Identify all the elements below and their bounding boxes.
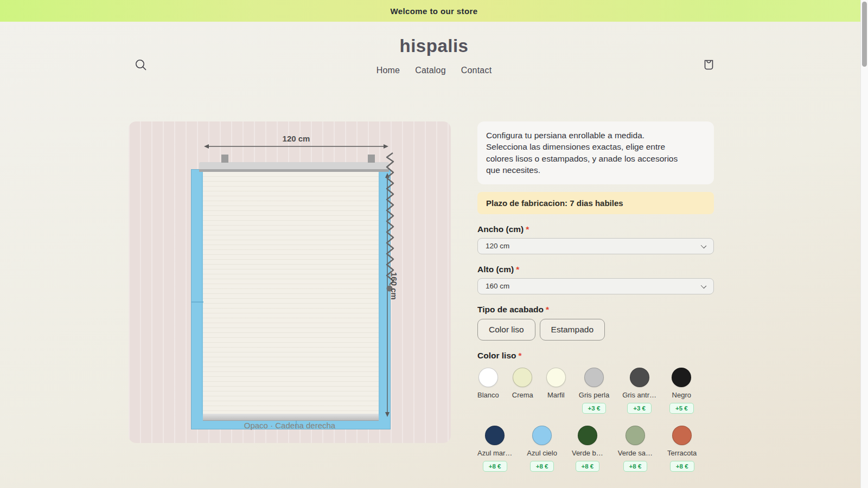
price-badge: +3 € bbox=[582, 403, 607, 414]
cart-button[interactable] bbox=[701, 58, 716, 72]
color-option[interactable]: Azul mar… +8 € bbox=[477, 426, 512, 472]
nav-item-contact[interactable]: Contact bbox=[461, 66, 492, 75]
price-badge: +8 € bbox=[576, 461, 600, 472]
solid-color-field-label: Color liso* bbox=[477, 351, 714, 361]
main-nav: Home Catalog Contact bbox=[0, 66, 868, 75]
color-label: Verde b… bbox=[572, 449, 603, 457]
preview-caption: Opaco · Cadena derecha bbox=[129, 421, 451, 430]
required-asterisk: * bbox=[518, 351, 521, 360]
search-button[interactable] bbox=[134, 59, 148, 73]
width-select[interactable]: 120 cm bbox=[477, 238, 714, 254]
color-option[interactable]: Gris perla +3 € bbox=[579, 368, 609, 414]
color-option[interactable]: Verde sa… +8 € bbox=[618, 426, 653, 472]
search-icon bbox=[134, 58, 148, 74]
configurator-panel: Configura tu persiana enrollable a medid… bbox=[477, 121, 714, 472]
window-divider-left bbox=[191, 301, 203, 303]
description-card: Configura tu persiana enrollable a medid… bbox=[477, 121, 714, 184]
finish-option-printed-button[interactable]: Estampado bbox=[540, 319, 605, 341]
price-badge: +8 € bbox=[530, 461, 554, 472]
color-label: Azul cielo bbox=[527, 449, 557, 457]
color-label: Gris perla bbox=[579, 391, 609, 399]
color-swatch[interactable] bbox=[672, 368, 691, 387]
price-badge: +8 € bbox=[483, 461, 507, 472]
header: hispalis Home Catalog Contact bbox=[0, 22, 868, 75]
blind-bottom-rail bbox=[203, 414, 379, 421]
cart-bag-icon bbox=[702, 57, 716, 73]
color-swatch[interactable] bbox=[532, 426, 552, 445]
price-badge: +3 € bbox=[627, 403, 652, 414]
nav-item-home[interactable]: Home bbox=[376, 66, 400, 75]
color-label: Crema bbox=[512, 391, 533, 399]
color-label: Terracota bbox=[667, 449, 697, 457]
color-option[interactable]: Terracota +8 € bbox=[667, 426, 697, 472]
store-logo[interactable]: hispalis bbox=[0, 36, 868, 56]
color-label: Verde sa… bbox=[618, 449, 653, 457]
price-badge: +5 € bbox=[669, 403, 694, 414]
color-swatch[interactable] bbox=[485, 426, 505, 445]
mounting-bracket bbox=[368, 155, 375, 163]
lead-time-notice: Plazo de fabricacion: 7 dias habiles bbox=[477, 192, 714, 214]
finish-field-label: Tipo de acabado* bbox=[477, 305, 714, 314]
required-asterisk: * bbox=[516, 265, 519, 274]
description-text: Configura tu persiana enrollable a medid… bbox=[486, 130, 686, 176]
height-dimension-label: 160 cm bbox=[390, 272, 399, 300]
product-preview: 120 cm 160 cm Opaco · Cadena derecha bbox=[129, 121, 451, 443]
color-swatch[interactable] bbox=[478, 368, 498, 387]
height-select-value: 160 cm bbox=[486, 282, 509, 290]
color-label: Blanco bbox=[477, 391, 499, 399]
blind-fabric bbox=[203, 171, 379, 414]
scrollbar-thumb[interactable] bbox=[862, 2, 867, 67]
mounting-bracket bbox=[221, 155, 228, 163]
height-select[interactable]: 160 cm bbox=[477, 278, 714, 294]
color-label: Gris antr… bbox=[622, 391, 656, 399]
required-asterisk: * bbox=[526, 224, 529, 234]
color-label: Negro bbox=[672, 391, 691, 399]
color-swatch-row-2: Azul mar… +8 € Azul cielo +8 € Verde b… … bbox=[477, 426, 714, 472]
announcement-text: Welcome to our store bbox=[390, 7, 477, 16]
width-dimension-label: 120 cm bbox=[208, 134, 385, 143]
color-option[interactable]: Azul cielo +8 € bbox=[527, 426, 557, 472]
lead-time-text: Plazo de fabricacion: 7 dias habiles bbox=[486, 198, 623, 208]
nav-item-catalog[interactable]: Catalog bbox=[415, 66, 446, 75]
color-swatch[interactable] bbox=[584, 368, 604, 387]
width-field-label: Ancho (cm)* bbox=[477, 224, 714, 234]
blind-cassette bbox=[199, 162, 389, 172]
announcement-bar: Welcome to our store bbox=[0, 0, 868, 22]
required-asterisk: * bbox=[546, 305, 549, 314]
color-swatch-row-1: Blanco Crema Marfil Gris perla +3 € Gris… bbox=[477, 368, 714, 414]
color-label: Azul mar… bbox=[477, 449, 512, 457]
color-label: Marfil bbox=[547, 391, 565, 399]
color-swatch[interactable] bbox=[513, 368, 532, 387]
width-select-value: 120 cm bbox=[486, 242, 509, 250]
price-badge: +8 € bbox=[623, 461, 648, 472]
color-swatch[interactable] bbox=[626, 426, 645, 445]
color-swatch[interactable] bbox=[578, 426, 597, 445]
price-badge: +8 € bbox=[670, 461, 694, 472]
color-swatch[interactable] bbox=[546, 368, 566, 387]
color-swatch[interactable] bbox=[630, 368, 649, 387]
height-field-label: Alto (cm)* bbox=[477, 265, 714, 274]
finish-option-solid-button[interactable]: Color liso bbox=[477, 319, 535, 341]
color-swatch[interactable] bbox=[672, 426, 692, 445]
color-option[interactable]: Crema bbox=[512, 368, 533, 399]
color-option[interactable]: Gris antr… +3 € bbox=[622, 368, 656, 414]
color-option[interactable]: Marfil bbox=[546, 368, 566, 399]
color-option[interactable]: Blanco bbox=[477, 368, 499, 399]
color-option[interactable]: Negro +5 € bbox=[669, 368, 694, 414]
chevron-down-icon bbox=[701, 242, 706, 248]
chevron-down-icon bbox=[701, 282, 706, 288]
scrollbar bbox=[860, 0, 868, 488]
color-option[interactable]: Verde b… +8 € bbox=[572, 426, 603, 472]
finish-options: Color liso Estampado bbox=[477, 319, 714, 341]
